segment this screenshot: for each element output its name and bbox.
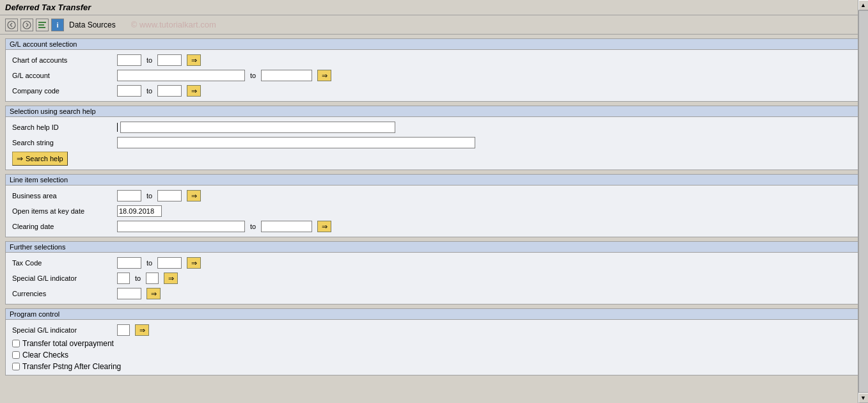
svg-rect-2 — [38, 22, 46, 23]
svg-rect-4 — [38, 27, 45, 28]
company-code-arrow[interactable]: ⇒ — [187, 85, 201, 97]
tax-to-label: to — [146, 259, 152, 267]
program-special-gl-arrow[interactable]: ⇒ — [135, 324, 149, 336]
gl-account-arrow[interactable]: ⇒ — [317, 70, 331, 81]
scroll-down-arrow[interactable]: ▼ — [858, 393, 869, 403]
chart-of-accounts-row: Chart of accounts to ⇒ — [12, 54, 856, 67]
info-icon[interactable]: i — [51, 19, 64, 31]
search-help-id-row: Search help ID — [12, 121, 856, 134]
transfer-pstng-checkbox[interactable] — [12, 363, 20, 370]
search-string-input[interactable] — [117, 137, 475, 148]
svg-rect-3 — [38, 24, 44, 26]
special-gl-to-label: to — [135, 274, 141, 282]
data-sources-menu[interactable]: Data Sources — [69, 20, 116, 29]
business-area-arrow[interactable]: ⇒ — [187, 190, 201, 201]
gl-account-header: G/L account selection — [6, 39, 862, 50]
scrollbar[interactable]: ▲ ▼ — [858, 0, 868, 403]
chart-of-accounts-label: Chart of accounts — [12, 56, 114, 64]
currencies-row: Currencies ⇒ — [12, 287, 856, 300]
clearing-date-from[interactable] — [117, 221, 245, 232]
forward-icon[interactable] — [20, 19, 33, 31]
business-to-label: to — [146, 192, 152, 200]
scroll-track[interactable] — [858, 10, 869, 393]
currencies-input[interactable] — [117, 288, 141, 299]
special-gl-further-from[interactable] — [117, 273, 130, 284]
open-items-label: Open items at key date — [12, 207, 114, 215]
clearing-date-arrow[interactable]: ⇒ — [317, 221, 331, 232]
open-items-row: Open items at key date — [12, 205, 856, 217]
tax-code-from[interactable] — [117, 257, 141, 269]
special-gl-further-arrow[interactable]: ⇒ — [164, 273, 178, 284]
chart-of-accounts-arrow[interactable]: ⇒ — [187, 54, 201, 66]
program-control-header: Program control — [6, 309, 862, 320]
search-help-arrow-icon: ⇒ — [17, 154, 23, 163]
search-help-button-label: Search help — [26, 155, 63, 162]
clear-checks-row: Clear Checks — [12, 351, 856, 360]
line-item-header: Line item selection — [6, 175, 862, 186]
tax-code-label: Tax Code — [12, 259, 114, 267]
program-control-section: Program control Special G/L indicator ⇒ … — [5, 308, 863, 375]
tax-code-arrow[interactable]: ⇒ — [187, 257, 201, 269]
gl-account-to[interactable] — [261, 70, 312, 81]
back-icon[interactable] — [5, 19, 18, 31]
clearing-to-label: to — [250, 223, 256, 230]
gl-account-from[interactable] — [117, 70, 245, 81]
chart-to-label: to — [146, 56, 152, 64]
toolbar: i Data Sources © www.tutorialkart.com — [0, 15, 868, 35]
program-special-gl-label: Special G/L indicator — [12, 326, 114, 334]
company-code-from[interactable] — [117, 85, 141, 97]
scroll-up-arrow[interactable]: ▲ — [858, 0, 869, 10]
search-help-id-label: Search help ID — [12, 123, 114, 131]
tree-icon[interactable] — [36, 19, 49, 31]
chart-of-accounts-to[interactable] — [157, 54, 182, 66]
special-gl-further-row: Special G/L indicator to ⇒ — [12, 272, 856, 285]
company-code-label: Company code — [12, 87, 114, 95]
program-special-gl-row: Special G/L indicator ⇒ — [12, 324, 856, 336]
open-items-date[interactable] — [117, 205, 162, 217]
search-help-section: Selection using search help Search help … — [5, 106, 863, 170]
search-help-body: Search help ID Search string ⇒ Search he… — [6, 117, 862, 170]
gl-account-body: Chart of accounts to ⇒ G/L account to ⇒ … — [6, 50, 862, 101]
cursor-indicator — [117, 123, 118, 132]
clearing-date-label: Clearing date — [12, 223, 114, 230]
program-special-gl-input[interactable] — [117, 324, 130, 336]
currencies-arrow[interactable]: ⇒ — [146, 288, 161, 299]
currencies-label: Currencies — [12, 290, 114, 297]
business-area-from[interactable] — [117, 190, 141, 201]
clear-checks-checkbox[interactable] — [12, 351, 20, 359]
watermark: © www.tutorialkart.com — [131, 20, 216, 29]
transfer-pstng-label: Transfer Pstng After Clearing — [22, 362, 121, 371]
further-selections-body: Tax Code to ⇒ Special G/L indicator to ⇒… — [6, 253, 862, 304]
svg-point-1 — [23, 21, 31, 29]
transfer-total-checkbox[interactable] — [12, 340, 20, 347]
title-bar: Deferred Tax Transfer — [0, 0, 868, 15]
transfer-total-label: Transfer total overpayment — [22, 339, 114, 348]
transfer-total-row: Transfer total overpayment — [12, 339, 856, 348]
clearing-date-row: Clearing date to ⇒ — [12, 220, 856, 233]
company-to-label: to — [146, 87, 152, 95]
clearing-date-to[interactable] — [261, 221, 312, 232]
gl-to-label: to — [250, 72, 256, 79]
company-code-row: Company code to ⇒ — [12, 84, 856, 97]
line-item-body: Business area to ⇒ Open items at key dat… — [6, 186, 862, 237]
search-help-btn-row: ⇒ Search help — [12, 152, 856, 166]
special-gl-further-to[interactable] — [146, 273, 159, 284]
line-item-section: Line item selection Business area to ⇒ O… — [5, 174, 863, 237]
svg-point-0 — [8, 21, 15, 29]
search-string-row: Search string — [12, 136, 856, 149]
chart-of-accounts-from[interactable] — [117, 54, 141, 66]
search-help-id-input[interactable] — [120, 122, 395, 133]
gl-account-label: G/L account — [12, 72, 114, 79]
business-area-label: Business area — [12, 192, 114, 200]
tax-code-to[interactable] — [157, 257, 182, 269]
tax-code-row: Tax Code to ⇒ — [12, 257, 856, 269]
search-help-button[interactable]: ⇒ Search help — [12, 152, 68, 166]
further-selections-section: Further selections Tax Code to ⇒ Special… — [5, 241, 863, 304]
clear-checks-label: Clear Checks — [22, 351, 68, 360]
transfer-pstng-row: Transfer Pstng After Clearing — [12, 362, 856, 371]
search-help-header: Selection using search help — [6, 106, 862, 117]
search-string-label: Search string — [12, 139, 114, 146]
business-area-to[interactable] — [157, 190, 182, 201]
main-content: G/L account selection Chart of accounts … — [0, 35, 868, 399]
company-code-to[interactable] — [157, 85, 182, 97]
